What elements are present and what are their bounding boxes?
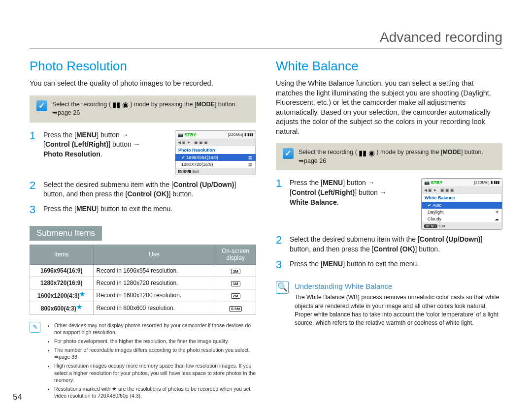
step-number: 1 — [276, 178, 283, 189]
lcd-footer: MENUExit — [422, 222, 502, 229]
camera-icon: ◉ — [368, 149, 375, 156]
note-icon: ✎ — [30, 322, 40, 333]
submenu-heading: Submenu Items — [30, 226, 102, 241]
lcd-mode-icon: 📷 STBY — [178, 132, 197, 137]
step-number: 2 — [30, 180, 36, 191]
lcd-row: 1280X720(16:9)▤ — [175, 161, 256, 168]
photo-resolution-section: Photo Resolution You can select the qual… — [30, 59, 256, 401]
sun-icon: ☀ — [495, 210, 499, 215]
star-icon: ★ — [76, 303, 82, 311]
step-2-text: Select the desired submenu item with the… — [290, 235, 502, 254]
submenu-table: Items Use On-screen display 1696x954(16:… — [30, 245, 256, 315]
lcd-row: Cloudy☁ — [422, 216, 502, 222]
step-number: 2 — [276, 235, 283, 246]
star-icon: ★ — [79, 290, 85, 298]
intro-wb: Using the White Balance function, you ca… — [276, 79, 502, 136]
step-2-text: Select the desired submenu item with the… — [43, 180, 256, 199]
list-item: High resolution images occupy more memor… — [54, 362, 256, 383]
video-icon: ▮▮ — [359, 149, 366, 156]
section-title-photo: Photo Resolution — [30, 59, 256, 74]
th-display: On-screen display — [215, 245, 256, 264]
lcd-row: Daylight☀ — [422, 209, 502, 216]
table-row: 1280x720(16:9) Record in 1280x720 resolu… — [30, 277, 256, 289]
white-balance-section: White Balance Using the White Balance fu… — [276, 59, 502, 401]
step-3-text: Press the [MENU] button to exit the menu… — [43, 204, 256, 214]
table-row: 800x600(4:3)★ Record in 800x600 resoluti… — [30, 302, 256, 314]
resolution-badge-icon: 2M — [231, 293, 240, 299]
magnifier-icon: 🔍 — [276, 281, 289, 294]
lcd-mode-icon: 📷 STBY — [424, 180, 443, 185]
list-item: Other devices may not display photos rec… — [54, 322, 256, 336]
lcd-preview-wb: 📷 STBY [220Min] ▮ ▮▮▮ ◀ ▣ ► ▣ ▣ ▣ White … — [421, 178, 502, 230]
chapter-title: Advanced recording — [30, 30, 502, 49]
callout-text: Select the recording ( ▮▮ ◉ ) mode by pr… — [299, 148, 496, 165]
steps-right: 1 Press the [MENU] button [Control (Left… — [276, 178, 502, 270]
table-row: 1600x1200(4:3)★ Record in 1600x1200 reso… — [30, 289, 256, 302]
resolution-badge-icon: 2M — [231, 269, 240, 274]
callout-text: Select the recording ( ▮▮ ◉ ) mode by pr… — [52, 100, 249, 118]
understanding-title: Understanding White Balance — [295, 281, 502, 292]
section-title-wb: White Balance — [276, 59, 502, 74]
camera-icon: ◉ — [122, 101, 129, 108]
list-item: For photo development, the higher the re… — [54, 338, 256, 344]
lcd-row-selected: ✔ Auto — [422, 202, 502, 209]
cloud-icon: ☁ — [495, 217, 499, 221]
resolution-badge-icon: 1M — [231, 281, 240, 286]
understanding-body: The White Balance (WB) process removes u… — [295, 293, 502, 328]
step-1-text: Press the [MENU] button [Control (Left/R… — [290, 178, 414, 207]
step-1-text: Press the [MENU] button [Control (Left/R… — [43, 130, 168, 159]
lcd-menu-title: White Balance — [422, 194, 502, 202]
step-number: 3 — [276, 259, 283, 270]
footnote-list: Other devices may not display photos rec… — [46, 322, 256, 402]
page-number: 54 — [13, 392, 22, 402]
step-number: 3 — [30, 204, 36, 215]
checkmark-icon — [283, 148, 294, 159]
steps-left: 1 Press the [MENU] button [Control (Left… — [30, 130, 256, 215]
list-item: The number of recordable images differs … — [54, 346, 256, 360]
intro-photo: You can select the quality of photo imag… — [30, 79, 256, 89]
video-icon: ▮▮ — [112, 101, 120, 108]
th-use: Use — [93, 245, 215, 264]
checkmark-icon — [36, 100, 47, 111]
lcd-menu-title: Photo Resolution — [175, 146, 256, 154]
lcd-row-selected: ✔ 1696X954(16:9)▤ — [175, 154, 256, 161]
mode-callout-left: Select the recording ( ▮▮ ◉ ) mode by pr… — [30, 95, 256, 123]
th-items: Items — [30, 245, 94, 264]
mode-callout-right: Select the recording ( ▮▮ ◉ ) mode by pr… — [276, 143, 502, 170]
lcd-footer: MENUExit — [175, 168, 256, 175]
lcd-preview-photo: 📷 STBY [220Min] ▮ ▮▮▮ ◀ ▣ ► ▣ ▣ ▣ Photo … — [175, 130, 256, 175]
step-number: 1 — [30, 130, 36, 141]
table-row: 1696x954(16:9) Record in 1696x954 resolu… — [30, 264, 256, 277]
step-3-text: Press the [MENU] button to exit the menu… — [290, 259, 502, 269]
resolution-badge-icon: 0.5M — [229, 306, 242, 312]
list-item: Resolutions marked with ★ are the resolu… — [54, 385, 256, 399]
